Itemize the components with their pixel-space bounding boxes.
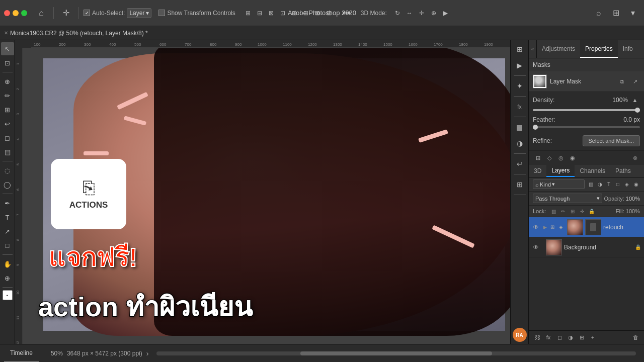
foreground-color-icon[interactable]: ▪ <box>3 290 13 300</box>
panel-collapse-button[interactable]: « <box>529 40 537 58</box>
add-style-icon[interactable]: fx <box>544 333 553 342</box>
spot-heal-tool-icon[interactable]: ⊕ <box>1 75 14 88</box>
pen-tool-icon[interactable]: ✒ <box>1 197 14 210</box>
tab-channels[interactable]: Channels <box>575 165 610 176</box>
select-mask-button[interactable]: Select and Mask... <box>583 135 640 146</box>
layer-retouch[interactable]: 👁 ▶ ⊞ ◈ retouch <box>529 217 644 237</box>
hand-tool-icon[interactable]: ✋ <box>1 257 14 270</box>
history-brush-icon[interactable]: ↩ <box>1 117 14 130</box>
kind-dropdown[interactable]: ⌕ Kind ▾ <box>533 179 585 189</box>
lock-transparent-icon[interactable]: ▨ <box>549 207 557 215</box>
lock-paint-icon[interactable]: ✏ <box>559 207 567 215</box>
stamp-tool-icon[interactable]: ⊞ <box>1 103 14 116</box>
new-layer-icon[interactable]: + <box>588 333 597 342</box>
svg-text:2: 2 <box>16 88 20 90</box>
pixel-mask-icon[interactable]: ⊞ <box>533 153 543 163</box>
delete-layer-icon[interactable]: 🗑 <box>631 333 640 342</box>
add-mask-icon[interactable]: ◻ <box>555 333 564 342</box>
panel-swatches-icon[interactable]: ▤ <box>513 120 527 134</box>
density-increase-icon[interactable]: ▲ <box>630 95 640 105</box>
threed-rotate-icon[interactable]: ↻ <box>392 8 403 19</box>
canvas-content[interactable]: ⎘ ACTIONS แจกฟรี! action ทำผิวเนียน <box>23 48 510 336</box>
text-tool-icon[interactable]: T <box>1 211 14 224</box>
layer-expand-arrow[interactable]: ▶ <box>542 224 548 230</box>
align-left-icon[interactable]: ⊞ <box>243 8 254 19</box>
layer-background[interactable]: 👁 Background 🔒 <box>529 237 644 257</box>
selection-tool-icon[interactable]: ↖ <box>1 42 14 55</box>
autoselect-dropdown[interactable]: Layer ▾ <box>127 8 151 18</box>
layer-bg-visibility[interactable]: 👁 <box>532 243 540 251</box>
bottom-scrollbar-thumb[interactable] <box>300 351 492 355</box>
nav-arrow[interactable]: › <box>146 349 149 357</box>
layer-visibility-toggle[interactable]: 👁 <box>532 223 540 231</box>
filter-text-icon[interactable]: T <box>605 180 613 189</box>
panel-star-icon[interactable]: ✦ <box>513 79 527 93</box>
delete-mask-icon[interactable]: ⊗ <box>630 153 640 163</box>
close-button[interactable] <box>4 10 10 16</box>
mask-options-icon[interactable]: ↗ <box>630 76 640 86</box>
autoselect-checkbox[interactable]: ✓ <box>84 10 90 16</box>
panel-play-icon[interactable]: ▶ <box>513 58 527 72</box>
move-tool-icon[interactable]: ✛ <box>59 6 73 20</box>
layer-expand-area: ▶ ⊞ ◈ <box>542 223 565 231</box>
timeline-tab[interactable]: Timeline <box>4 344 39 363</box>
panel-fx-icon[interactable]: fx <box>513 100 527 114</box>
new-group-icon[interactable]: ⊞ <box>577 333 586 342</box>
maximize-button[interactable] <box>21 10 27 16</box>
blur-tool-icon[interactable]: ◌ <box>1 164 14 177</box>
mask-link-icon[interactable]: ⧉ <box>617 76 627 86</box>
tab-info[interactable]: Info <box>618 40 638 58</box>
link-layers-icon[interactable]: ⛓ <box>533 333 542 342</box>
lock-all-icon[interactable]: 🔒 <box>588 207 596 215</box>
minimize-button[interactable] <box>13 10 19 16</box>
workspace-dropdown-icon[interactable]: ▾ <box>626 6 640 20</box>
layer-mask-row[interactable]: Layer Mask ⧉ ↗ <box>529 71 644 92</box>
new-adjustment-icon[interactable]: ◑ <box>566 333 575 342</box>
panel-history-icon[interactable]: ↩ <box>513 157 527 171</box>
tab-layers[interactable]: Layers <box>546 165 575 177</box>
bottom-scrollbar[interactable] <box>156 351 636 355</box>
shape-tool-icon[interactable]: □ <box>1 239 14 252</box>
align-center-h-icon[interactable]: ⊟ <box>254 8 265 19</box>
zoom-tool-icon[interactable]: ⊕ <box>1 272 14 285</box>
tabbar: ✕ Monica1903.CR2 @ 50% (retouch, Layer M… <box>0 26 644 40</box>
brush-tool-icon[interactable]: ✏ <box>1 89 14 102</box>
tab-3d[interactable]: 3D <box>529 165 546 176</box>
tab-close-button[interactable]: ✕ <box>4 30 8 36</box>
align-top-icon[interactable]: ⊡ <box>277 8 288 19</box>
vector-mask-icon[interactable]: ◇ <box>544 153 554 163</box>
align-right-icon[interactable]: ⊠ <box>266 8 277 19</box>
feather-slider[interactable] <box>529 125 644 131</box>
panel-gradient-icon[interactable]: ◑ <box>513 136 527 150</box>
lock-move-icon[interactable]: ✛ <box>578 207 586 215</box>
filter-adjust-icon[interactable]: ◑ <box>596 180 604 189</box>
threed-camera-icon[interactable]: ▶ <box>440 8 451 19</box>
search-icon[interactable]: ⌕ <box>592 6 606 20</box>
tab-adjustments[interactable]: Adjustments <box>537 40 580 58</box>
transform-checkbox[interactable] <box>158 10 165 16</box>
blend-mode-dropdown[interactable]: Pass Through ▾ <box>533 194 602 203</box>
user-avatar[interactable]: RA <box>513 328 527 342</box>
home-icon[interactable]: ⌂ <box>34 6 48 20</box>
threed-pan-icon[interactable]: ✛ <box>416 8 427 19</box>
panel-layers-icon[interactable]: ⊞ <box>513 177 527 192</box>
filter-visible-icon[interactable]: ◉ <box>632 180 640 189</box>
mask-visibility-icon[interactable]: ◉ <box>568 153 578 163</box>
path-select-icon[interactable]: ↗ <box>1 225 14 238</box>
dodge-tool-icon[interactable]: ◯ <box>1 178 14 191</box>
crop-tool-icon[interactable]: ⊡ <box>1 56 14 69</box>
eraser-tool-icon[interactable]: ◻ <box>1 131 14 144</box>
filter-shape-icon[interactable]: □ <box>614 180 622 189</box>
filter-pixel-icon[interactable]: ▨ <box>587 180 595 189</box>
filter-smart-icon[interactable]: ◈ <box>623 180 631 189</box>
tab-properties[interactable]: Properties <box>580 40 618 58</box>
threed-move-icon[interactable]: ↔ <box>404 8 415 19</box>
lock-artboard-icon[interactable]: ⊞ <box>569 207 577 215</box>
tab-paths[interactable]: Paths <box>610 165 636 176</box>
arrange-icon[interactable]: ⊞ <box>609 6 623 20</box>
density-slider[interactable] <box>529 108 644 114</box>
panel-adjustments-icon[interactable]: ⊞ <box>513 42 527 56</box>
threed-zoom-icon[interactable]: ⊕ <box>428 8 439 19</box>
smart-filter-icon[interactable]: ◎ <box>556 153 566 163</box>
gradient-tool-icon[interactable]: ▤ <box>1 145 14 158</box>
